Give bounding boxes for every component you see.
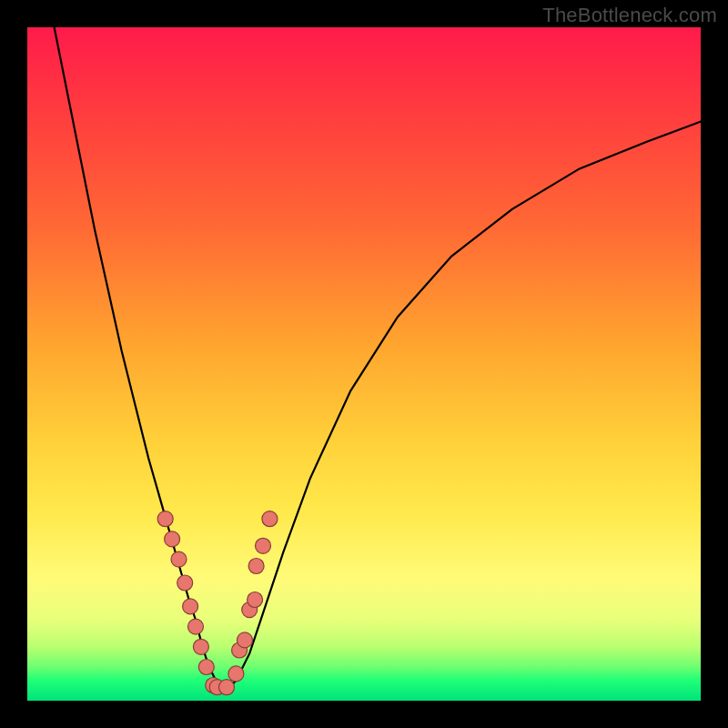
highlight-dot xyxy=(256,538,271,553)
highlight-dot xyxy=(248,592,263,608)
dot-group xyxy=(157,511,278,695)
highlight-dot xyxy=(188,619,204,634)
highlight-dot xyxy=(157,511,173,527)
highlight-dot xyxy=(171,551,187,567)
highlight-dot xyxy=(228,666,244,682)
highlight-dot xyxy=(219,680,235,695)
bottleneck-curve xyxy=(55,27,701,687)
highlight-dot xyxy=(183,599,198,614)
watermark-text: TheBottleneck.com xyxy=(542,4,717,27)
curve-svg xyxy=(27,27,701,701)
plot-area xyxy=(27,27,701,701)
outer-frame: TheBottleneck.com xyxy=(0,0,728,728)
highlight-dot xyxy=(193,639,208,654)
highlight-dot xyxy=(262,511,278,527)
highlight-dot xyxy=(165,531,180,547)
highlight-dot xyxy=(198,660,214,675)
highlight-dot xyxy=(177,575,193,591)
highlight-dot xyxy=(248,559,264,574)
highlight-dot xyxy=(238,632,253,648)
